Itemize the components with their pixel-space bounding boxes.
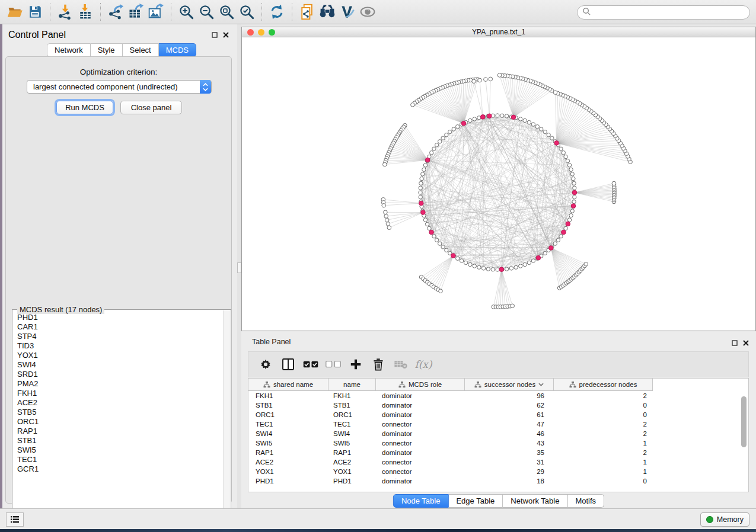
tab-network[interactable]: Network (47, 43, 91, 57)
table-cell: PHD1 (248, 477, 328, 485)
mcds-result-item[interactable]: PHD1 (17, 313, 224, 322)
close-panel-icon[interactable] (743, 338, 749, 348)
mcds-result-item[interactable]: SWI5 (17, 446, 224, 455)
control-panel-title: Control Panel (8, 30, 66, 40)
table-row[interactable]: PHD1PHD1dominator180 (248, 476, 653, 486)
task-history-button[interactable] (6, 512, 24, 527)
criterion-value: largest connected component (undirected) (33, 82, 178, 91)
export-network-icon[interactable] (106, 2, 126, 21)
zoom-in-icon[interactable] (176, 2, 196, 21)
mcds-result-item[interactable]: FKH1 (17, 389, 224, 398)
delete-table-icon[interactable] (390, 354, 412, 374)
mcds-result-list[interactable]: PHD1CAR1STP4TID3YOX1SWI4SRD1PMA2FKH1ACE2… (13, 313, 224, 528)
vizmapper-icon[interactable] (337, 2, 358, 21)
table-row[interactable]: TEC1TEC1connector472 (248, 419, 653, 429)
float-panel-icon[interactable] (212, 30, 218, 40)
open-session-icon[interactable] (5, 2, 25, 21)
gear-icon[interactable] (254, 354, 277, 374)
export-image-icon[interactable] (146, 2, 166, 21)
column-header-shared-name[interactable]: shared name (248, 379, 328, 391)
mcds-result-item[interactable]: STB1 (17, 436, 224, 446)
table-row[interactable]: ACE2ACE2connector311 (248, 457, 653, 467)
tab-select[interactable]: Select (123, 43, 159, 57)
desktop-edge (0, 529, 756, 532)
column-header-predecessor-nodes[interactable]: predecessor nodes (554, 379, 653, 391)
table-scrollbar-thumb[interactable] (741, 396, 747, 447)
search-network-icon[interactable] (317, 2, 337, 21)
mcds-result-item[interactable]: STB5 (17, 408, 224, 417)
mcds-result-item[interactable]: YOX1 (17, 351, 224, 360)
table-row[interactable]: SWI5SWI5connector431 (248, 438, 653, 448)
float-panel-icon[interactable] (732, 338, 738, 348)
network-desktop: YPA_prune.txt_1 Table Panel (241, 24, 756, 508)
table-cell: PHD1 (328, 477, 376, 485)
table-cell: 47 (465, 421, 554, 428)
table-cell: 43 (465, 440, 554, 447)
table-cell: FKH1 (328, 392, 376, 399)
table-cell: 2 (554, 421, 653, 428)
table-cell: 18 (465, 477, 554, 485)
import-network-icon[interactable] (55, 2, 75, 21)
mcds-result-item[interactable]: PMA2 (17, 379, 224, 389)
close-panel-icon[interactable] (223, 30, 229, 40)
run-mcds-button[interactable]: Run MCDS (56, 101, 113, 114)
mcds-result-item[interactable]: ACE2 (17, 398, 224, 408)
zoom-selected-icon[interactable] (237, 2, 257, 21)
criterion-dropdown[interactable]: largest connected component (undirected) (27, 80, 212, 94)
add-column-icon[interactable] (344, 354, 367, 374)
table-row[interactable]: RAP1RAP1dominator352 (248, 448, 653, 457)
mcds-result-item[interactable]: SRD1 (17, 370, 224, 379)
zoom-out-icon[interactable] (196, 2, 216, 21)
mcds-result-item[interactable]: TEC1 (17, 455, 224, 464)
save-session-icon[interactable] (25, 2, 45, 21)
show-hide-icon[interactable] (358, 2, 378, 21)
table-cell: dominator (376, 477, 465, 485)
table-cell: TEC1 (328, 421, 376, 428)
column-header-mcds-role[interactable]: MCDS role (376, 379, 465, 391)
mcds-result-item[interactable]: ORC1 (17, 417, 224, 427)
import-table-icon[interactable] (75, 2, 95, 21)
tab-node-table[interactable]: Node Table (393, 494, 449, 508)
mcds-result-item[interactable]: STP4 (17, 332, 224, 341)
table-scrollbar[interactable] (741, 393, 747, 488)
export-table-icon[interactable] (126, 2, 146, 21)
network-from-file-icon[interactable] (297, 2, 317, 21)
mcds-result-item[interactable]: RAP1 (17, 427, 224, 436)
memory-button[interactable]: Memory (700, 512, 749, 527)
hierarchy-icon (474, 382, 481, 388)
search-input[interactable] (577, 5, 750, 20)
mcds-result-item[interactable]: CAR1 (17, 322, 224, 332)
tab-style[interactable]: Style (91, 43, 123, 57)
table-row[interactable]: FKH1FKH1dominator962 (248, 391, 653, 400)
mcds-result-item[interactable]: GCR1 (17, 464, 224, 474)
function-builder-icon[interactable]: f(x) (412, 354, 435, 374)
refresh-layout-icon[interactable] (267, 2, 287, 21)
table-row[interactable]: YOX1YOX1connector291 (248, 467, 653, 476)
mcds-result-item[interactable]: SWI4 (17, 360, 224, 370)
zoom-fit-icon[interactable] (216, 2, 237, 21)
network-window-titlebar[interactable]: YPA_prune.txt_1 (242, 27, 755, 37)
table-cell: connector (376, 459, 465, 466)
mcds-list-scrollbar[interactable] (223, 310, 230, 528)
splitter-handle-icon[interactable] (237, 262, 241, 273)
panel-splitter[interactable] (237, 24, 241, 508)
toolbar-separator (50, 3, 50, 21)
table-row[interactable]: ORC1ORC1dominator610 (248, 410, 653, 419)
column-header-name[interactable]: name (328, 379, 376, 391)
table-row[interactable]: SWI4SWI4dominator462 (248, 429, 653, 438)
tab-network-table[interactable]: Network Table (503, 494, 567, 508)
mcds-result-item[interactable]: TID3 (17, 341, 224, 351)
tab-edge-table[interactable]: Edge Table (448, 494, 503, 508)
delete-icon[interactable] (367, 354, 390, 374)
table-cell: dominator (376, 411, 465, 418)
close-panel-button[interactable]: Close panel (120, 101, 182, 114)
tab-motifs[interactable]: Motifs (567, 494, 604, 508)
network-canvas[interactable] (242, 38, 755, 331)
column-header-successor-nodes[interactable]: successor nodes (465, 379, 554, 391)
select-all-icon[interactable] (299, 354, 322, 374)
split-columns-icon[interactable] (277, 354, 299, 374)
network-view[interactable] (242, 38, 755, 331)
table-row[interactable]: STB1STB1dominator620 (248, 400, 653, 410)
deselect-all-icon[interactable] (322, 354, 344, 374)
tab-mcds[interactable]: MCDS (159, 43, 196, 57)
